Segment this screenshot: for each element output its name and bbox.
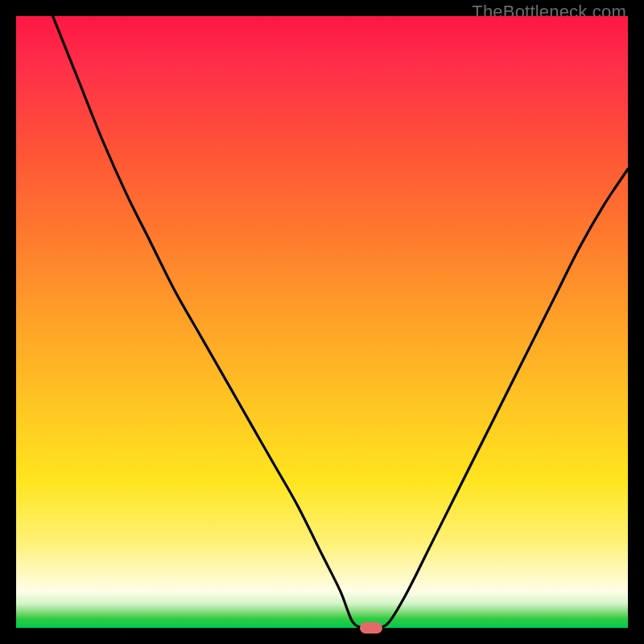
bottleneck-curve [16,16,628,628]
chart-frame: TheBottleneck.com [0,0,644,644]
optimum-marker [360,622,382,634]
plot-area [16,16,628,628]
